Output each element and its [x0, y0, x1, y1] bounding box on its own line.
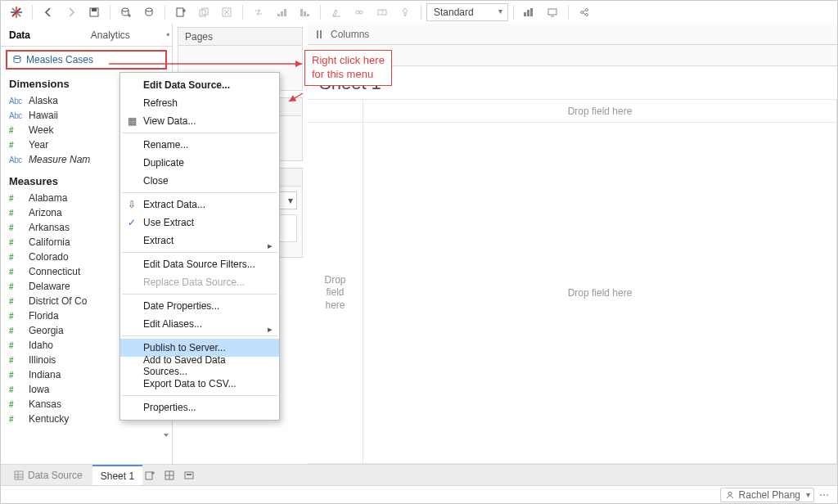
menu-use-extract[interactable]: ✓Use Extract: [120, 214, 279, 232]
sheet1-tab[interactable]: Sheet 1: [92, 465, 142, 485]
field-label: District Of Co: [29, 295, 87, 307]
sort-desc-icon[interactable]: [294, 3, 315, 21]
number-icon: [9, 326, 24, 335]
svg-rect-31: [530, 8, 533, 16]
drop-columns-target[interactable]: Drop field here: [363, 100, 837, 123]
svg-line-37: [583, 11, 586, 12]
menu-edit-aliases[interactable]: Edit Aliases...: [120, 315, 279, 333]
menu-extract-data[interactable]: ⇩Extract Data...: [120, 196, 279, 214]
kebab-icon[interactable]: ⋯: [819, 489, 831, 501]
share-icon[interactable]: [574, 3, 595, 21]
menu-date-properties[interactable]: Date Properties...: [120, 297, 279, 315]
menu-edit-ds-filters[interactable]: Edit Data Source Filters...: [120, 255, 279, 273]
menu-duplicate[interactable]: Duplicate: [120, 154, 279, 172]
new-story-tab-icon[interactable]: [183, 470, 201, 481]
number-icon: [9, 400, 24, 409]
svg-rect-19: [281, 11, 283, 16]
svg-rect-22: [304, 11, 306, 16]
table-icon: ▦: [125, 115, 138, 127]
new-worksheet-icon[interactable]: [170, 3, 191, 21]
menu-close[interactable]: Close: [120, 172, 279, 190]
forward-icon[interactable]: [61, 3, 82, 21]
svg-point-39: [14, 56, 20, 58]
tab-analytics-label: Analytics: [91, 29, 130, 41]
fit-selector[interactable]: Standard: [426, 3, 508, 21]
data-source-tab-label: Data Source: [28, 470, 83, 481]
svg-rect-29: [524, 12, 526, 16]
sheet-tabs: Data Source Sheet 1: [1, 464, 837, 485]
menu-refresh[interactable]: Refresh: [120, 94, 279, 112]
svg-rect-5: [92, 8, 97, 11]
number-icon: [9, 209, 24, 218]
menu-extract-submenu[interactable]: Extract: [120, 232, 279, 250]
tab-data[interactable]: Data: [1, 24, 83, 46]
string-icon: [9, 111, 24, 120]
data-source-chip[interactable]: Measles Cases: [6, 50, 167, 70]
drop-center-target[interactable]: Drop field here: [363, 123, 837, 464]
annotation-callout: Right click here for this menu: [304, 50, 392, 86]
data-source-name: Measles Cases: [26, 54, 93, 65]
sort-asc-icon[interactable]: [271, 3, 292, 21]
user-icon: [726, 491, 734, 499]
string-icon: [9, 97, 24, 106]
svg-point-6: [122, 8, 128, 11]
pin-icon[interactable]: •: [164, 29, 172, 41]
field-label: Colorado: [29, 251, 69, 263]
pause-updates-icon[interactable]: [138, 3, 160, 21]
drop-rows-target[interactable]: Drop field here: [308, 123, 363, 464]
field-label: Week: [29, 124, 53, 136]
menu-view-data[interactable]: ▦View Data...: [120, 112, 279, 130]
number-icon: [9, 356, 24, 365]
highlight-icon[interactable]: [326, 3, 347, 21]
clear-sheet-icon[interactable]: [216, 3, 237, 21]
menu-export-csv[interactable]: Export Data to CSV...: [120, 375, 279, 393]
number-icon: [9, 312, 24, 321]
data-source-tab[interactable]: Data Source: [6, 465, 91, 485]
string-icon: [9, 155, 24, 164]
check-icon: ✓: [125, 217, 138, 228]
number-icon: [9, 385, 24, 394]
view-canvas: Drop field here Drop field here Drop fie…: [308, 99, 837, 464]
field-label: Alaska: [29, 95, 58, 106]
columns-icon: [314, 29, 326, 40]
user-name: Rachel Phang: [739, 489, 800, 501]
show-me-icon[interactable]: [519, 3, 540, 21]
number-icon: [9, 194, 24, 203]
show-labels-icon[interactable]: T: [372, 3, 393, 21]
new-dashboard-tab-icon[interactable]: [164, 470, 182, 481]
number-icon: [9, 371, 24, 380]
duplicate-sheet-icon[interactable]: [193, 3, 214, 21]
sheet1-tab-label: Sheet 1: [101, 470, 134, 482]
back-icon[interactable]: [38, 3, 59, 21]
svg-point-9: [146, 8, 152, 11]
tab-analytics[interactable]: Analytics: [83, 24, 164, 46]
callout-line1: Right click here: [312, 54, 385, 68]
datasource-context-menu: Edit Data Source... Refresh ▦View Data..…: [119, 72, 280, 421]
new-worksheet-tab-icon[interactable]: [144, 470, 162, 481]
field-label: California: [29, 236, 70, 248]
menu-edit-data-source[interactable]: Edit Data Source...: [120, 76, 279, 94]
scroll-thumb[interactable]: [162, 431, 170, 439]
tab-data-label: Data: [9, 29, 30, 41]
field-label: Measure Nam: [29, 154, 90, 165]
logo-icon[interactable]: [6, 3, 27, 21]
swap-axes-icon[interactable]: [248, 3, 269, 21]
field-label: Arizona: [29, 207, 62, 218]
save-icon[interactable]: [83, 3, 105, 21]
pin-icon[interactable]: [394, 3, 416, 21]
group-icon[interactable]: [349, 3, 370, 21]
number-icon: [9, 126, 24, 135]
columns-shelf[interactable]: Columns: [308, 24, 837, 45]
menu-rename[interactable]: Rename...: [120, 136, 279, 154]
presentation-mode-icon[interactable]: [542, 3, 563, 21]
top-toolbar: T Standard: [1, 1, 837, 24]
pages-shelf-header: Pages: [178, 28, 302, 46]
menu-add-saved-ds[interactable]: Add to Saved Data Sources...: [120, 357, 279, 375]
field-label: Illinois: [29, 354, 56, 366]
datasource-icon: [12, 55, 22, 65]
menu-properties[interactable]: Properties...: [120, 398, 279, 416]
svg-rect-40: [317, 30, 318, 38]
new-datasource-icon[interactable]: [115, 3, 137, 21]
field-label: Indiana: [29, 369, 61, 380]
user-menu[interactable]: Rachel Phang: [720, 488, 814, 502]
